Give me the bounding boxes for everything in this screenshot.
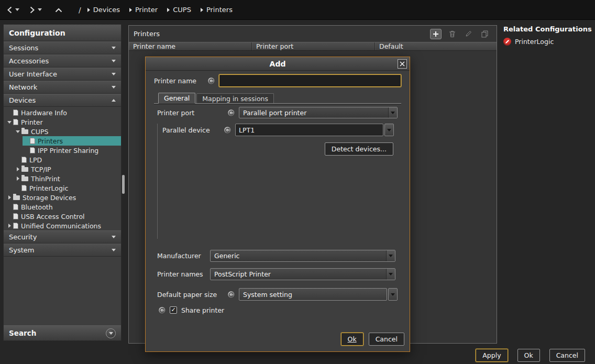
ok-label: Ok	[524, 351, 533, 359]
tree-item-cups[interactable]: CUPS	[4, 127, 121, 136]
dialog-titlebar[interactable]: Add	[146, 57, 410, 71]
tree-item-label: CUPS	[31, 128, 48, 136]
printer-name-label: Printer name	[154, 77, 207, 85]
sidebar-section-devices[interactable]: Devices	[4, 94, 121, 107]
sidebar-scrollbar-thumb[interactable]	[122, 175, 125, 194]
dialog-cancel-button[interactable]: Cancel	[369, 333, 404, 346]
folder-icon	[13, 195, 20, 200]
ok-button[interactable]: Ok	[517, 349, 540, 362]
breadcrumb-item-devices[interactable]: Devices	[87, 6, 120, 14]
add-printer-dialog: Add Printer name General Mapping in sess…	[145, 57, 410, 352]
section-label: User Interface	[9, 70, 57, 78]
sidebar-section-network[interactable]: Network	[4, 81, 121, 94]
section-label: Accessories	[9, 57, 49, 65]
tree-item-printerlogic[interactable]: PrinterLogic	[4, 183, 121, 193]
related-item-printerlogic[interactable]: PrinterLogic	[503, 38, 594, 46]
reset-to-default-icon[interactable]	[158, 306, 166, 314]
dialog-ok-button[interactable]: Ok	[341, 333, 363, 346]
tree-item-printers[interactable]: Printers	[4, 136, 121, 146]
sidebar-section-accessories[interactable]: Accessories	[4, 54, 121, 68]
default-paper-size-label: Default paper size	[157, 291, 227, 299]
detect-devices-button[interactable]: Detect devices...	[325, 142, 393, 156]
tree-item-label: Unified Communications	[21, 222, 101, 230]
reset-to-default-icon[interactable]	[227, 291, 235, 299]
panel-title: Printers	[134, 30, 160, 38]
tree-item-label: Hardware Info	[21, 109, 67, 117]
sidebar-section-sessions[interactable]: Sessions	[4, 41, 121, 54]
parallel-device-label: Parallel device	[162, 126, 224, 134]
document-icon	[30, 147, 35, 153]
tab-mapping-in-sessions[interactable]: Mapping in sessions	[196, 93, 274, 103]
column-header-default[interactable]: Default	[375, 42, 497, 50]
forward-history-dropdown[interactable]	[38, 8, 42, 11]
sidebar-section-security[interactable]: Security	[4, 230, 121, 244]
share-printer-checkbox[interactable]: ✓	[170, 306, 177, 314]
default-paper-size-dropdown-button[interactable]	[388, 288, 398, 301]
tree-item-unified-communications[interactable]: Unified Communications	[4, 221, 121, 230]
printer-port-value: Parallel port printer	[239, 109, 388, 117]
cancel-button[interactable]: Cancel	[549, 349, 585, 362]
add-printer-button[interactable]	[430, 29, 442, 39]
back-button[interactable]	[5, 5, 14, 15]
expander-right-icon[interactable]	[6, 195, 13, 200]
parallel-device-dropdown-button[interactable]	[384, 124, 394, 136]
printer-port-select[interactable]: Parallel port printer	[239, 107, 398, 118]
breadcrumb-arrow-icon	[129, 8, 132, 12]
dialog-title: Add	[270, 60, 286, 68]
reset-to-default-icon[interactable]	[227, 109, 235, 117]
breadcrumb-item-printer[interactable]: Printer	[129, 6, 158, 14]
breadcrumb-root[interactable]: /	[79, 6, 81, 14]
expander-down-icon[interactable]	[6, 121, 13, 124]
expander-right-icon[interactable]	[6, 224, 13, 228]
expander-right-icon[interactable]	[14, 177, 21, 181]
tree-item-lpd[interactable]: LPD	[4, 155, 121, 164]
back-history-dropdown[interactable]	[15, 8, 19, 11]
chevron-down-icon	[112, 249, 116, 251]
section-label: Devices	[9, 96, 36, 104]
search-expand-button[interactable]	[106, 328, 116, 338]
tree-item-usb-access-control[interactable]: USB Access Control	[4, 212, 121, 221]
edit-badge-icon	[503, 38, 511, 46]
close-icon[interactable]	[398, 59, 407, 69]
tree-item-printer[interactable]: Printer	[4, 117, 121, 127]
up-level-button[interactable]	[53, 6, 64, 14]
edit-printer-button[interactable]	[462, 29, 474, 39]
manufacturer-select[interactable]: Generic	[210, 250, 395, 262]
expander-right-icon[interactable]	[14, 167, 21, 171]
breadcrumb-label: Printers	[206, 6, 233, 14]
apply-button[interactable]: Apply	[476, 349, 508, 362]
breadcrumb-item-printers[interactable]: Printers	[201, 6, 233, 14]
reset-to-default-icon[interactable]	[224, 126, 232, 134]
expander-down-icon[interactable]	[14, 130, 21, 133]
reset-to-default-icon[interactable]	[207, 77, 215, 85]
chevron-up-icon	[54, 7, 63, 13]
apply-label: Apply	[482, 351, 501, 359]
forward-button[interactable]	[28, 5, 37, 15]
column-header-printer-port[interactable]: Printer port	[252, 42, 375, 50]
copy-printer-button[interactable]	[479, 29, 490, 39]
tree-item-thinprint[interactable]: ThinPrint	[4, 174, 121, 183]
chevron-down-icon	[389, 273, 393, 275]
printer-name-input[interactable]	[219, 74, 401, 87]
delete-printer-button[interactable]	[446, 29, 458, 39]
tree-item-hardware-info[interactable]: Hardware Info	[4, 108, 121, 117]
search-bar[interactable]: Search	[4, 325, 121, 340]
parallel-device-input[interactable]	[235, 124, 383, 136]
combo-arrow-zone	[386, 250, 395, 261]
sidebar-section-system[interactable]: System	[4, 244, 121, 257]
sidebar-section-user-interface[interactable]: User Interface	[4, 68, 121, 81]
document-icon	[13, 223, 18, 229]
breadcrumb-item-cups[interactable]: CUPS	[167, 6, 191, 14]
column-header-printer-name[interactable]: Printer name	[129, 42, 252, 50]
tree-item-tcp-ip[interactable]: TCP/IP	[4, 164, 121, 174]
printer-names-select[interactable]: PostScript Printer	[210, 268, 395, 280]
folder-icon	[21, 177, 28, 181]
chevron-down-icon	[387, 129, 391, 131]
tree-item-bluetooth[interactable]: Bluetooth	[4, 202, 121, 212]
default-paper-size-field[interactable]: System setting	[239, 288, 387, 301]
tab-general[interactable]: General	[158, 93, 195, 104]
caret-down-icon	[15, 8, 19, 11]
printer-names-label: Printer names	[157, 270, 210, 278]
tree-item-storage-devices[interactable]: Storage Devices	[4, 193, 121, 202]
tree-item-ipp-printer-sharing[interactable]: IPP Printer Sharing	[4, 146, 121, 155]
